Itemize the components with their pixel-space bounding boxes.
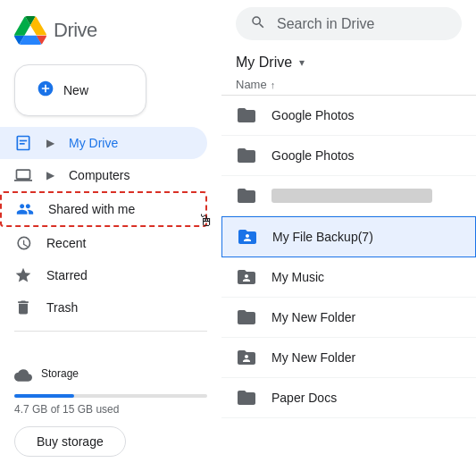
drive-logo-icon: [14, 14, 46, 46]
sidebar-item-starred[interactable]: Starred: [0, 259, 207, 291]
file-name: My New Folder: [271, 350, 462, 365]
sidebar-item-trash-label: Trash: [46, 300, 78, 315]
cursor-icon: 🖱: [198, 212, 214, 231]
new-button[interactable]: New: [14, 64, 146, 116]
file-name: My New Folder: [271, 310, 462, 324]
shared-with-me-icon: [16, 200, 34, 218]
table-row[interactable]: My File Backup(7): [221, 216, 476, 257]
my-drive-dropdown-arrow-icon[interactable]: ▾: [299, 56, 305, 69]
my-drive-title[interactable]: My Drive: [236, 55, 292, 71]
file-name-redacted: [271, 189, 432, 203]
new-plus-icon: [37, 80, 54, 101]
recent-icon: [14, 234, 32, 252]
sidebar-item-my-drive-label: My Drive: [69, 136, 118, 150]
main-content: Search in Drive My Drive ▾ Name ↑ Google…: [221, 0, 476, 471]
table-row[interactable]: Google Photos: [221, 96, 476, 136]
file-name: My File Backup(7): [272, 230, 461, 244]
sidebar-item-shared-with-me[interactable]: Shared with me 🖱: [0, 191, 207, 227]
buy-storage-button[interactable]: Buy storage: [14, 426, 126, 457]
table-row[interactable]: My New Folder: [221, 298, 476, 338]
starred-icon: [14, 266, 32, 284]
file-name: My Music: [271, 270, 462, 284]
file-name: Google Photos: [271, 108, 462, 122]
folder-icon: [236, 185, 257, 206]
folder-icon: [236, 105, 257, 126]
topbar: Search in Drive: [221, 0, 476, 47]
column-name-label: Name: [236, 78, 267, 91]
table-row[interactable]: [221, 176, 476, 216]
search-icon: [250, 14, 266, 33]
file-list: Google Photos Google Photos My Fi: [221, 96, 476, 471]
logo-area: Drive: [0, 7, 221, 61]
sort-arrow-icon: ↑: [271, 80, 276, 90]
search-bar[interactable]: Search in Drive: [236, 7, 462, 40]
shared-folder-icon: [236, 266, 257, 288]
storage-label: Storage: [41, 367, 79, 380]
storage-cloud-icon: [14, 366, 32, 387]
shared-folder-icon: [236, 347, 257, 368]
file-name: Paper Docs: [271, 391, 462, 405]
sidebar-item-computers[interactable]: ▶ Computers: [0, 159, 207, 191]
storage-section: Storage 4.7 GB of 15 GB used Buy storage: [0, 352, 221, 471]
folder-icon: [236, 145, 257, 166]
trash-icon: [14, 299, 32, 316]
svg-rect-0: [20, 140, 27, 142]
sidebar-item-my-drive[interactable]: ▶ My Drive: [0, 127, 207, 159]
sidebar-item-trash[interactable]: Trash: [0, 291, 207, 324]
new-button-label: New: [63, 83, 88, 97]
sidebar-item-starred-label: Starred: [46, 268, 88, 282]
folder-icon: [236, 307, 257, 328]
folder-icon: [236, 387, 257, 408]
app-name: Drive: [54, 19, 97, 42]
sidebar-item-shared-with-me-label: Shared with me: [48, 202, 135, 216]
drive-header: My Drive ▾: [221, 47, 476, 74]
storage-bar-fill: [14, 394, 74, 398]
storage-used-text: 4.7 GB of 15 GB used: [14, 403, 207, 416]
computers-chevron-icon: ▶: [46, 169, 54, 181]
sidebar-item-recent-label: Recent: [46, 236, 86, 250]
svg-rect-1: [20, 143, 25, 145]
storage-bar-background: [14, 394, 207, 398]
sidebar-item-computers-label: Computers: [69, 168, 129, 182]
my-drive-icon: [14, 134, 32, 152]
search-input-placeholder[interactable]: Search in Drive: [277, 16, 374, 32]
column-header: Name ↑: [221, 74, 476, 96]
computers-icon: [14, 166, 32, 184]
table-row[interactable]: Paper Docs: [221, 378, 476, 418]
table-row[interactable]: My New Folder: [221, 338, 476, 378]
my-drive-chevron-icon: ▶: [46, 137, 54, 149]
shared-folder-icon: [237, 226, 258, 248]
sidebar: Drive New ▶ My Drive ▶ Computers: [0, 0, 221, 471]
sidebar-item-recent[interactable]: Recent: [0, 227, 207, 259]
table-row[interactable]: My Music: [221, 257, 476, 298]
table-row[interactable]: Google Photos: [221, 136, 476, 176]
file-name: Google Photos: [271, 148, 462, 163]
